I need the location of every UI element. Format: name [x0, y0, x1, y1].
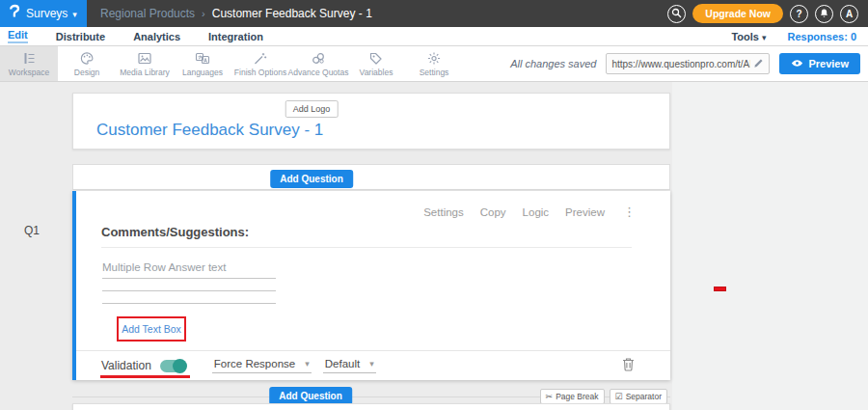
bell-icon — [819, 8, 829, 20]
responses-count-link[interactable]: Responses: 0 — [787, 31, 856, 42]
notifications-button[interactable] — [815, 5, 833, 23]
question-mark-icon: ? — [796, 9, 801, 19]
question-footer: Validation Force Response ▾ Default ▾ — [76, 350, 670, 380]
checkbox-checked-icon: ☑ — [615, 392, 623, 401]
edit-pencil-icon[interactable] — [753, 55, 764, 72]
add-question-strip: Add Question — [72, 164, 670, 190]
add-text-box-link[interactable]: Add Text Box — [122, 323, 181, 335]
survey-url-input[interactable] — [611, 59, 750, 69]
chevron-down-icon: ▾ — [305, 359, 310, 369]
toolbar-item-languages[interactable]: Languages — [174, 46, 231, 81]
question-copy-link[interactable]: Copy — [480, 206, 506, 218]
tab-integration[interactable]: Integration — [208, 27, 263, 45]
separator-button[interactable]: ☑ Separator — [610, 389, 667, 404]
validation-label: Validation — [101, 359, 151, 372]
header-actions: Upgrade Now ? A — [667, 4, 868, 23]
breadcrumb-separator-icon: › — [202, 8, 205, 19]
question-actions-menu: Settings Copy Logic Preview ⋮ — [423, 205, 636, 219]
toggle-knob — [173, 359, 187, 373]
search-icon — [671, 8, 682, 20]
save-status-text: All changes saved — [510, 58, 596, 69]
links-icon — [311, 51, 326, 66]
eye-icon — [791, 58, 803, 69]
gear-icon — [426, 51, 442, 66]
scissors-icon: ✂ — [546, 392, 554, 401]
question-logic-link[interactable]: Logic — [523, 206, 550, 218]
account-avatar[interactable]: A — [840, 5, 858, 23]
toolbar-item-design[interactable]: Design — [58, 46, 116, 81]
answer-placeholder-text[interactable]: Multiple Row Answer text — [102, 261, 226, 273]
break-buttons: ✂ Page Break ☑ Separator — [540, 389, 667, 404]
survey-title[interactable]: Customer Feedback Survey - 1 — [96, 121, 323, 140]
preview-button-label: Preview — [808, 58, 849, 69]
questionpro-logo-icon — [8, 4, 21, 23]
red-annotation-dash — [714, 287, 726, 291]
nav-tabs: Edit Distribute Analytics Integration — [0, 27, 263, 45]
image-icon — [137, 51, 152, 66]
page-break-button[interactable]: ✂ Page Break — [540, 389, 605, 404]
force-response-dropdown[interactable]: Force Response ▾ — [212, 358, 312, 373]
toolbar-item-finish-options[interactable]: Finish Options — [231, 46, 289, 81]
question-preview-link[interactable]: Preview — [565, 206, 605, 218]
trash-icon — [622, 357, 635, 375]
product-menu-label: Surveys — [26, 7, 68, 20]
tab-edit[interactable]: Edit — [8, 27, 28, 45]
toolbar-right: All changes saved Preview — [510, 46, 868, 81]
question-settings-link[interactable]: Settings — [423, 206, 464, 218]
delete-question-button[interactable] — [622, 357, 635, 375]
help-button[interactable]: ? — [790, 5, 808, 23]
translate-icon — [195, 51, 210, 66]
survey-nav-bar: Edit Distribute Analytics Integration To… — [0, 27, 868, 46]
add-question-button-top[interactable]: Add Question — [270, 170, 353, 188]
tag-icon — [368, 51, 384, 66]
toolbar-item-variables[interactable]: Variables — [347, 46, 405, 81]
survey-url-field[interactable] — [606, 53, 770, 74]
answer-row-line[interactable] — [102, 303, 276, 304]
workspace-icon — [21, 51, 37, 66]
validation-annotation-underline — [100, 375, 190, 378]
palette-icon — [79, 51, 95, 66]
nav-right: Tools▾ Responses: 0 — [731, 31, 868, 42]
upgrade-now-button[interactable]: Upgrade Now — [692, 4, 783, 23]
add-logo-button[interactable]: Add Logo — [285, 100, 339, 118]
toolbar-item-advance-quotas[interactable]: Advance Quotas — [289, 46, 347, 81]
product-menu[interactable]: Surveys ▾ — [0, 0, 87, 27]
breadcrumb-parent[interactable]: Regional Products — [100, 7, 195, 20]
toolbar-item-settings[interactable]: Settings — [405, 46, 463, 81]
tools-menu[interactable]: Tools▾ — [731, 31, 766, 42]
chevron-down-icon: ▾ — [762, 33, 767, 42]
question-text-divider — [101, 247, 632, 248]
add-text-box-annotation-highlight: Add Text Box — [117, 316, 186, 342]
tab-distribute[interactable]: Distribute — [56, 27, 105, 45]
preview-button[interactable]: Preview — [779, 53, 860, 74]
editor-toolbar: Workspace Design Media Library Languages… — [0, 46, 868, 82]
question-card: Settings Copy Logic Preview ⋮ Comments/S… — [72, 191, 670, 380]
question-number-label: Q1 — [24, 224, 40, 237]
breadcrumb: Regional Products › Customer Feedback Su… — [100, 7, 372, 20]
avatar-initial: A — [846, 9, 853, 19]
chevron-down-icon: ▾ — [72, 10, 77, 19]
breadcrumb-current: Customer Feedback Survey - 1 — [212, 7, 372, 20]
survey-header-card: Add Logo Customer Feedback Survey - 1 — [72, 93, 670, 150]
validation-type-dropdown[interactable]: Default ▾ — [323, 358, 376, 373]
answer-row-line[interactable] — [102, 278, 276, 279]
more-options-icon[interactable]: ⋮ — [623, 205, 636, 219]
search-button[interactable] — [667, 5, 686, 23]
chevron-down-icon: ▾ — [369, 359, 374, 369]
question-text[interactable]: Comments/Suggestions: — [101, 225, 249, 239]
tab-analytics[interactable]: Analytics — [133, 27, 180, 45]
top-header-bar: Surveys ▾ Regional Products › Customer F… — [0, 0, 868, 27]
survey-editor-canvas: Q1 Add Logo Customer Feedback Survey - 1… — [0, 82, 868, 410]
answer-row-line[interactable] — [102, 290, 276, 291]
toolbar-item-workspace[interactable]: Workspace — [0, 46, 58, 81]
toolbar-item-media-library[interactable]: Media Library — [116, 46, 174, 81]
validation-toggle[interactable] — [160, 360, 185, 372]
next-section-card-edge — [72, 403, 670, 410]
magic-wand-icon — [253, 51, 268, 66]
